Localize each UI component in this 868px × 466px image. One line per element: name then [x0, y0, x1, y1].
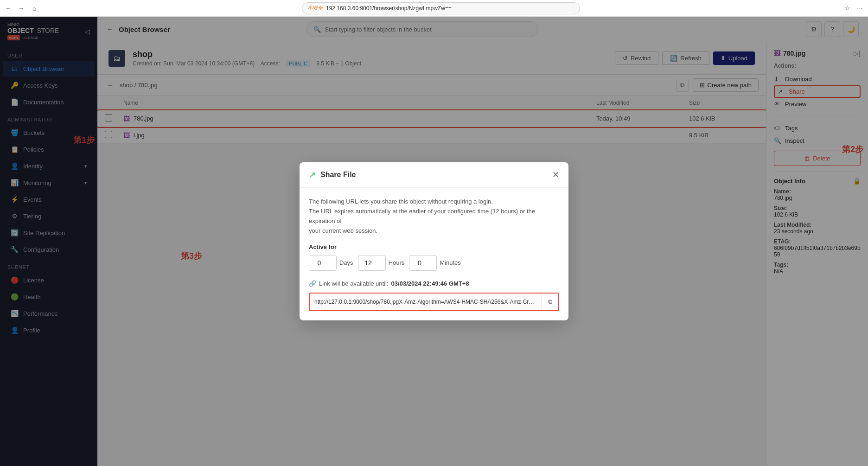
browser-chrome: ← → ⌂ 不安全 192.168.3.60:9001/browser/shop… [0, 0, 868, 17]
modal-desc-line2: The URL expires automatically at the ear… [309, 207, 559, 226]
minutes-label: Minutes [440, 259, 461, 266]
browser-back-btn[interactable]: ← [4, 4, 13, 13]
link-available-prefix: Link will be available until: [319, 280, 389, 287]
modal-share-icon: ↗ [309, 170, 316, 180]
minutes-input[interactable] [409, 255, 437, 271]
modal-title: Share File [320, 171, 356, 179]
days-group: Days [309, 255, 353, 271]
hours-label: Hours [389, 259, 405, 266]
url-text: 192.168.3.60:9001/browser/shop/NzgwLmpwZ… [326, 5, 452, 12]
browser-forward-btn[interactable]: → [17, 4, 26, 13]
time-inputs: Days Hours Minutes [309, 255, 559, 271]
modal-body: The following URL lets you share this ob… [300, 188, 568, 320]
active-for-label: Active for [309, 243, 559, 250]
link-available-date: 03/03/2024 22:49:46 GMT+8 [391, 280, 469, 287]
share-url-text: http://127.0.0.1:9000/shop/780.jpgX-Amz-… [310, 295, 542, 309]
security-warning-icon: 不安全 [308, 5, 323, 12]
hours-input[interactable] [358, 255, 386, 271]
browser-star-btn[interactable]: ☆ [843, 4, 852, 13]
browser-settings-btn[interactable]: ⋯ [855, 4, 864, 13]
modal-overlay: ↗ Share File ✕ The following URL lets yo… [0, 17, 868, 466]
days-label: Days [339, 259, 353, 266]
days-input[interactable] [309, 255, 337, 271]
browser-actions: ☆ ⋯ [843, 4, 864, 13]
modal-desc-line3: your current web session. [309, 226, 559, 236]
url-copy-button[interactable]: ⧉ [542, 294, 558, 310]
modal-description: The following URL lets you share this ob… [309, 197, 559, 236]
modal-desc-line1: The following URL lets you share this ob… [309, 197, 559, 207]
minutes-group: Minutes [409, 255, 461, 271]
modal-close-button[interactable]: ✕ [552, 170, 559, 180]
modal-header: ↗ Share File ✕ [300, 162, 568, 188]
url-row: http://127.0.0.1:9000/shop/780.jpgX-Amz-… [309, 293, 559, 311]
browser-home-btn[interactable]: ⌂ [30, 4, 39, 13]
link-icon: 🔗 [309, 280, 316, 287]
link-available-row: 🔗 Link will be available until: 03/03/20… [309, 280, 559, 287]
share-file-modal: ↗ Share File ✕ The following URL lets yo… [300, 162, 568, 320]
browser-url-bar: 不安全 192.168.3.60:9001/browser/shop/NzgwL… [302, 2, 580, 14]
hours-group: Hours [358, 255, 405, 271]
